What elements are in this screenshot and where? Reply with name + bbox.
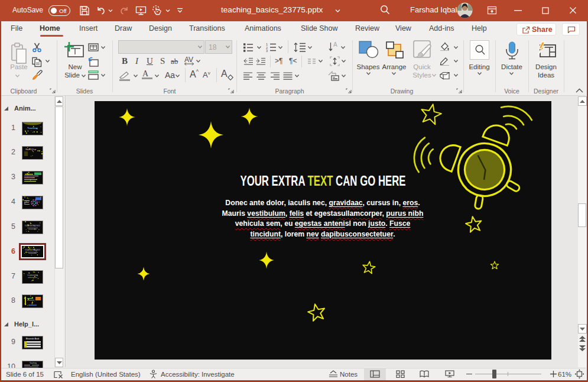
svg-text:Minuends Book: Minuends Book <box>26 338 40 340</box>
svg-text:A: A <box>333 41 337 48</box>
svg-text:YOUR EXTRA TEXT: YOUR EXTRA TEXT <box>25 249 40 251</box>
svg-text:YOUR EXTRA: YOUR EXTRA <box>27 274 38 277</box>
svg-text:Math 4 Fun: Math 4 Fun <box>25 148 36 151</box>
svg-text:3: 3 <box>266 49 268 52</box>
svg-text:YOUR EXTRA TEXT: YOUR EXTRA TEXT <box>25 225 40 227</box>
svg-text:Teaching: Teaching <box>27 127 38 130</box>
svg-text:Teaching: Teaching <box>30 362 37 364</box>
